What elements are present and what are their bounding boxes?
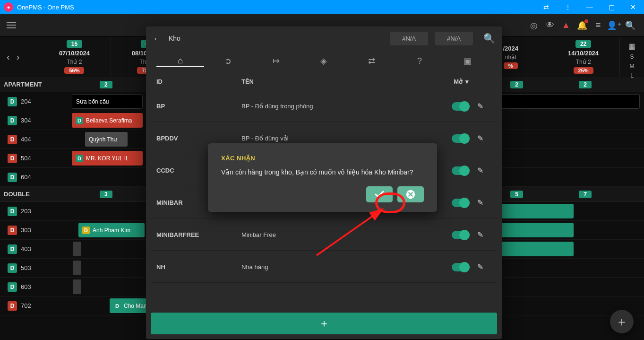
modal-text: Vẫn còn hàng trong kho, Bạn có muốn vô h… bbox=[221, 168, 424, 176]
confirm-ok-button[interactable] bbox=[366, 186, 393, 202]
modal-buttons bbox=[221, 186, 424, 202]
confirm-modal: XÁC NHẬN Vẫn còn hàng trong kho, Bạn có … bbox=[208, 143, 437, 212]
check-icon bbox=[374, 189, 385, 200]
close-circle-icon bbox=[405, 189, 416, 200]
modal-title: XÁC NHẬN bbox=[221, 155, 424, 162]
confirm-cancel-button[interactable] bbox=[397, 186, 424, 202]
